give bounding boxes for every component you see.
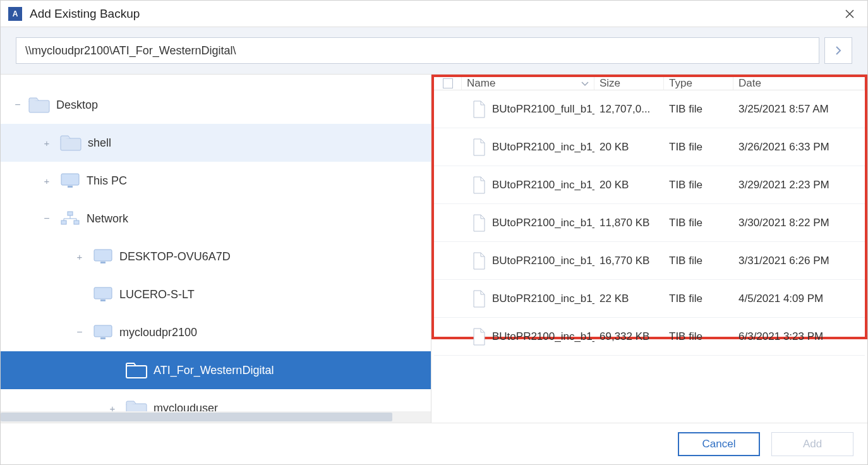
svg-rect-13 bbox=[126, 366, 147, 378]
column-size[interactable]: Size bbox=[594, 77, 664, 90]
tree-node-host-lucero[interactable]: LUCERO-S-LT bbox=[1, 275, 431, 313]
table-row[interactable]: BUtoPR2100_full_b1_s...12,707,0...TIB fi… bbox=[434, 90, 865, 128]
table-row[interactable]: BUtoPR2100_inc_b1_s...16,770 KBTIB file3… bbox=[434, 242, 865, 280]
sort-icon bbox=[581, 80, 589, 87]
expand-icon[interactable]: + bbox=[41, 138, 52, 148]
row-type-cell: TIB file bbox=[664, 179, 733, 191]
column-date[interactable]: Date bbox=[733, 77, 865, 90]
row-name-cell: BUtoPR2100_inc_b1_s... bbox=[462, 290, 594, 308]
file-icon bbox=[472, 100, 486, 118]
row-date-cell: 3/29/2021 2:23 PM bbox=[733, 179, 865, 191]
file-list-pane: Name Size Type Date BUtoPR2100_full_b1_s… bbox=[431, 75, 867, 423]
file-name: BUtoPR2100_inc_b1_s... bbox=[492, 255, 594, 267]
button-label: Add bbox=[803, 438, 822, 450]
svg-rect-5 bbox=[61, 220, 66, 224]
row-type-cell: TIB file bbox=[664, 103, 733, 116]
row-date-cell: 3/25/2021 8:57 AM bbox=[733, 103, 865, 116]
titlebar: A Add Existing Backup bbox=[1, 1, 867, 27]
column-label: Size bbox=[600, 77, 620, 90]
svg-rect-10 bbox=[100, 299, 105, 301]
tree-node-host-desktop[interactable]: + DESKTOP-OVU6A7D bbox=[1, 238, 431, 275]
network-icon bbox=[60, 211, 80, 226]
column-type[interactable]: Type bbox=[664, 77, 733, 90]
file-icon bbox=[472, 138, 486, 156]
tree-node-desktop[interactable]: − Desktop bbox=[1, 86, 431, 124]
tree-node-selected[interactable]: ATI_For_WesternDigital bbox=[1, 351, 431, 389]
monitor-icon bbox=[93, 324, 113, 341]
app-icon: A bbox=[8, 7, 22, 21]
file-name: BUtoPR2100_inc_b1_s... bbox=[492, 293, 594, 305]
file-icon bbox=[472, 328, 486, 346]
table-row[interactable]: BUtoPR2100_inc_b1_s...20 KBTIB file3/29/… bbox=[434, 166, 865, 204]
file-name: BUtoPR2100_inc_b1_s... bbox=[492, 141, 594, 154]
file-name: BUtoPR2100_inc_b1_s... bbox=[492, 330, 594, 343]
column-label: Date bbox=[738, 77, 761, 90]
svg-rect-6 bbox=[74, 220, 79, 224]
tree-label: Network bbox=[87, 212, 128, 226]
row-type-cell: TIB file bbox=[664, 217, 733, 229]
main-split: − Desktop + shell bbox=[1, 75, 867, 423]
row-date-cell: 3/26/2021 6:33 PM bbox=[733, 141, 865, 154]
file-icon bbox=[472, 290, 486, 308]
collapse-icon[interactable]: − bbox=[12, 99, 23, 111]
dialog-window: A Add Existing Backup − Des bbox=[0, 0, 868, 465]
chevron-right-icon bbox=[835, 46, 842, 55]
close-button[interactable] bbox=[840, 6, 860, 21]
column-label: Type bbox=[669, 77, 692, 90]
row-name-cell: BUtoPR2100_inc_b1_s... bbox=[462, 176, 594, 194]
tree-node-host-mycloud[interactable]: − mycloudpr2100 bbox=[1, 313, 431, 351]
collapse-icon[interactable]: − bbox=[41, 213, 52, 224]
row-type-cell: TIB file bbox=[664, 141, 733, 154]
row-size-cell: 22 KB bbox=[594, 293, 664, 305]
row-size-cell: 11,870 KB bbox=[594, 217, 664, 229]
folder-icon bbox=[28, 97, 50, 113]
column-checkbox[interactable] bbox=[434, 77, 462, 90]
select-all-checkbox[interactable] bbox=[443, 78, 453, 88]
folder-icon bbox=[60, 135, 81, 151]
button-label: Cancel bbox=[702, 438, 736, 450]
folder-tree[interactable]: − Desktop + shell bbox=[1, 75, 431, 416]
window-title: Add Existing Backup bbox=[30, 7, 840, 21]
cancel-button[interactable]: Cancel bbox=[678, 432, 760, 456]
row-size-cell: 20 KB bbox=[594, 179, 664, 191]
monitor-icon bbox=[60, 172, 80, 189]
file-list: Name Size Type Date BUtoPR2100_full_b1_s… bbox=[434, 77, 865, 337]
table-row[interactable]: BUtoPR2100_inc_b1_s...20 KBTIB file3/26/… bbox=[434, 128, 865, 166]
row-name-cell: BUtoPR2100_inc_b1_s... bbox=[462, 138, 594, 156]
column-name[interactable]: Name bbox=[462, 77, 594, 90]
tree-label: ATI_For_WesternDigital bbox=[154, 364, 274, 377]
svg-rect-12 bbox=[100, 337, 105, 339]
tree-node-this-pc[interactable]: + This PC bbox=[1, 162, 431, 200]
tree-label: LUCERO-S-LT bbox=[119, 288, 195, 301]
row-name-cell: BUtoPR2100_inc_b1_s... bbox=[462, 214, 594, 232]
add-button[interactable]: Add bbox=[771, 432, 853, 456]
folder-icon bbox=[126, 362, 147, 378]
table-row[interactable]: BUtoPR2100_inc_b1_s...22 KBTIB file4/5/2… bbox=[434, 280, 865, 318]
row-name-cell: BUtoPR2100_full_b1_s... bbox=[462, 100, 594, 118]
path-bar bbox=[1, 27, 867, 75]
file-icon bbox=[472, 214, 486, 232]
svg-rect-2 bbox=[61, 174, 79, 185]
collapse-icon[interactable]: − bbox=[74, 327, 85, 338]
svg-rect-0 bbox=[29, 100, 49, 112]
file-name: BUtoPR2100_inc_b1_s... bbox=[492, 217, 594, 229]
monitor-icon bbox=[93, 248, 113, 265]
horizontal-scrollbar[interactable] bbox=[1, 411, 431, 423]
row-date-cell: 3/31/2021 6:26 PM bbox=[733, 255, 865, 267]
table-row[interactable]: BUtoPR2100_inc_b1_s...11,870 KBTIB file3… bbox=[434, 204, 865, 242]
tree-node-shell[interactable]: + shell bbox=[1, 124, 431, 162]
file-icon bbox=[472, 252, 486, 270]
svg-rect-11 bbox=[94, 325, 112, 337]
spacer bbox=[74, 289, 85, 300]
go-button[interactable] bbox=[824, 37, 852, 64]
expand-icon[interactable]: + bbox=[74, 251, 85, 262]
tree-node-network[interactable]: − Network bbox=[1, 200, 431, 238]
row-size-cell: 12,707,0... bbox=[594, 103, 664, 116]
svg-rect-4 bbox=[68, 212, 73, 215]
tree-label: mycloudpr2100 bbox=[119, 326, 197, 339]
file-name: BUtoPR2100_inc_b1_s... bbox=[492, 179, 594, 191]
expand-icon[interactable]: + bbox=[41, 176, 52, 186]
table-row[interactable]: BUtoPR2100_inc_b1_s...69,332 KBTIB file6… bbox=[434, 318, 865, 356]
path-input[interactable] bbox=[16, 37, 819, 64]
monitor-icon bbox=[93, 286, 113, 303]
